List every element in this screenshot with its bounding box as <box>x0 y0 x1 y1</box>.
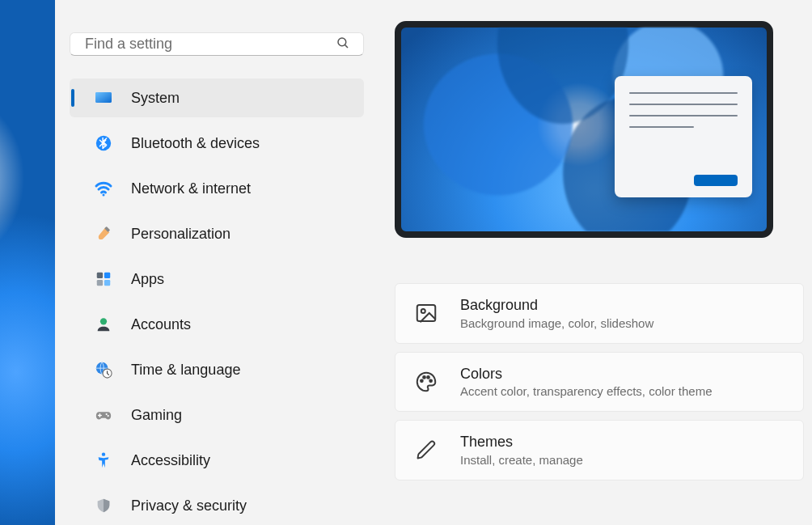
sidebar-item-gaming[interactable]: Gaming <box>70 396 364 434</box>
preview-line <box>629 104 738 105</box>
sidebar-item-system[interactable]: System <box>70 78 364 117</box>
apps-icon <box>94 269 113 289</box>
settings-sidebar: System Bluetooth & devices Network & int… <box>55 0 379 525</box>
globe-clock-icon <box>94 360 113 379</box>
accessibility-icon <box>94 451 113 470</box>
svg-point-14 <box>106 413 108 415</box>
svg-rect-10 <box>104 280 110 286</box>
search-input[interactable] <box>83 35 336 53</box>
monitor-icon <box>94 88 113 108</box>
card-background[interactable]: Background Background image, color, slid… <box>395 283 804 344</box>
shield-icon <box>94 496 113 515</box>
card-subtitle: Install, create, manage <box>460 453 583 467</box>
person-icon <box>94 315 113 334</box>
sidebar-item-network[interactable]: Network & internet <box>70 169 364 208</box>
sidebar-item-accounts[interactable]: Accounts <box>70 305 364 344</box>
sidebar-item-label: System <box>131 90 364 107</box>
wifi-icon <box>94 179 113 198</box>
svg-line-1 <box>345 44 348 47</box>
bluetooth-icon <box>94 133 113 153</box>
svg-rect-8 <box>104 273 110 278</box>
pen-icon <box>413 437 439 463</box>
sidebar-item-time-language[interactable]: Time & language <box>70 350 364 389</box>
card-colors[interactable]: Colors Accent color, transparency effect… <box>395 352 804 413</box>
preview-accent-button <box>694 175 738 186</box>
palette-icon <box>413 369 439 395</box>
svg-point-0 <box>338 38 346 46</box>
svg-rect-17 <box>417 305 436 321</box>
svg-point-5 <box>103 194 105 197</box>
card-title: Colors <box>460 366 713 383</box>
preview-line <box>629 126 694 128</box>
sidebar-item-apps[interactable]: Apps <box>70 260 364 298</box>
sidebar-item-personalization[interactable]: Personalization <box>70 214 364 253</box>
sidebar-item-label: Gaming <box>131 407 364 424</box>
picture-icon <box>413 300 439 326</box>
desktop-wallpaper-strip <box>0 0 55 525</box>
preview-line <box>629 115 738 116</box>
settings-search-box[interactable] <box>70 32 364 56</box>
card-subtitle: Accent color, transparency effects, colo… <box>460 384 713 398</box>
svg-point-19 <box>421 379 423 382</box>
card-title: Themes <box>460 434 583 451</box>
sidebar-item-label: Accounts <box>131 316 364 333</box>
svg-rect-9 <box>97 280 103 286</box>
sidebar-item-label: Time & language <box>131 362 364 379</box>
personalization-preview <box>395 21 773 238</box>
svg-point-15 <box>108 415 109 417</box>
gamepad-icon <box>94 405 113 425</box>
preview-line <box>629 92 738 94</box>
card-themes[interactable]: Themes Install, create, manage <box>395 420 804 481</box>
sidebar-item-label: Accessibility <box>131 452 364 469</box>
search-icon <box>336 36 350 53</box>
preview-sample-window <box>615 76 752 197</box>
sidebar-item-bluetooth[interactable]: Bluetooth & devices <box>70 124 364 163</box>
sidebar-item-label: Bluetooth & devices <box>131 135 364 152</box>
sidebar-item-privacy[interactable]: Privacy & security <box>70 486 364 525</box>
sidebar-item-label: Privacy & security <box>131 497 364 514</box>
svg-point-16 <box>102 452 105 455</box>
sidebar-item-label: Personalization <box>131 226 364 243</box>
svg-point-11 <box>100 318 107 324</box>
svg-rect-3 <box>95 92 112 103</box>
card-title: Background <box>460 297 653 315</box>
sidebar-item-accessibility[interactable]: Accessibility <box>70 441 364 480</box>
svg-point-21 <box>427 376 429 379</box>
settings-nav-list: System Bluetooth & devices Network & int… <box>70 78 364 525</box>
sidebar-item-label: Network & internet <box>131 180 364 197</box>
main-content: Background Background image, color, slid… <box>379 0 812 525</box>
settings-cards: Background Background image, color, slid… <box>395 283 804 481</box>
svg-point-20 <box>423 376 425 379</box>
card-subtitle: Background image, color, slideshow <box>460 316 653 330</box>
paintbrush-icon <box>94 224 113 243</box>
svg-rect-7 <box>97 273 103 278</box>
svg-point-22 <box>429 379 432 382</box>
svg-point-18 <box>421 309 425 313</box>
sidebar-item-label: Apps <box>131 271 364 288</box>
